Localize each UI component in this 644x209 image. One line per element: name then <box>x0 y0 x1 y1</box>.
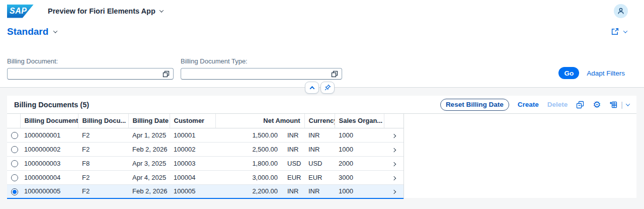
net-amount-cell: 3,000.00EUR <box>215 170 304 184</box>
pin-icon <box>324 84 331 91</box>
column-header-billing-document-type[interactable]: Billing Docu... <box>78 114 128 128</box>
reset-billing-date-button[interactable]: Reset Billing Date <box>440 99 509 111</box>
table-row[interactable]: 1000000002 F2 Feb 2, 2026 100002 2,500.0… <box>7 142 404 156</box>
copy-button[interactable] <box>576 101 584 109</box>
table-row[interactable]: 1000000001 F2 Apr 1, 2025 100001 1,500.0… <box>7 128 404 142</box>
billing-date-cell: Feb 2, 2026 <box>128 142 170 156</box>
radio-icon[interactable] <box>11 188 18 195</box>
filter-field-billing-document-type: Billing Document Type: <box>181 57 342 80</box>
header-toggle-row <box>7 88 636 96</box>
export-menu-button[interactable] <box>626 103 629 106</box>
billing-document-cell: 1000000002 <box>20 142 78 156</box>
billing-document-type-cell: F2 <box>78 184 128 198</box>
copy-icon <box>576 101 584 109</box>
billing-document-cell: 1000000003 <box>20 156 78 170</box>
value-help-icon[interactable] <box>331 71 338 78</box>
chevron-down-icon <box>53 29 57 33</box>
filter-label: Billing Document: <box>7 57 174 65</box>
billing-document-input-wrap <box>7 68 174 80</box>
variant-selector[interactable]: Standard <box>7 26 57 37</box>
table-row[interactable]: 1000000003 F8 Apr 3, 2025 100003 1,800.0… <box>7 156 404 170</box>
pin-header-button[interactable] <box>320 82 335 94</box>
billing-document-cell: 1000000001 <box>20 128 78 142</box>
billing-document-type-input[interactable] <box>185 69 331 78</box>
customer-cell: 100001 <box>170 128 215 142</box>
table-settings-button[interactable]: ⚙ <box>593 101 601 109</box>
radio-icon[interactable] <box>11 160 18 167</box>
sales-organization-cell: 2000 <box>335 156 384 170</box>
billing-document-cell: 1000000004 <box>20 170 78 184</box>
billing-documents-card: Billing Documents (5) Reset Billing Date… <box>7 96 636 198</box>
chevron-down-icon <box>626 102 630 106</box>
row-navigation-cell[interactable] <box>384 170 404 184</box>
column-header-net-amount[interactable]: Net Amount <box>215 114 304 128</box>
toolbar-separator: | <box>621 101 623 109</box>
billing-document-type-cell: F2 <box>78 142 128 156</box>
currency-cell: INR <box>304 128 335 142</box>
row-navigation-cell[interactable] <box>384 184 404 198</box>
collapse-header-button[interactable] <box>305 82 319 94</box>
chevron-up-icon <box>309 86 314 91</box>
table-wrap: Billing Document Billing Docu... Billing… <box>7 113 636 199</box>
billing-documents-table: Billing Document Billing Docu... Billing… <box>7 114 404 199</box>
column-header-navigation <box>384 114 404 128</box>
select-cell <box>7 142 20 156</box>
row-navigation-cell[interactable] <box>384 156 404 170</box>
billing-date-cell: Apr 4, 2025 <box>128 170 170 184</box>
app-title-menu[interactable]: Preview for Fiori Elements App <box>48 7 163 15</box>
filter-bar: Billing Document: Billing Document Type: <box>0 41 644 88</box>
value-help-icon[interactable] <box>163 71 170 78</box>
billing-document-input[interactable] <box>12 69 163 78</box>
create-button[interactable]: Create <box>518 101 539 108</box>
sales-organization-cell: 1000 <box>335 184 384 198</box>
filter-label: Billing Document Type: <box>181 57 342 65</box>
share-menu-button[interactable] <box>611 27 627 36</box>
table-row-selected[interactable]: 1000000005 F2 Feb 2, 2026 100005 2,200.0… <box>7 184 404 198</box>
column-header-billing-date[interactable]: Billing Date <box>128 114 170 128</box>
chevron-right-icon <box>391 176 395 180</box>
radio-icon[interactable] <box>11 146 18 153</box>
row-navigation-cell[interactable] <box>384 128 404 142</box>
variant-management-row: Standard <box>0 22 644 41</box>
row-navigation-cell[interactable] <box>384 142 404 156</box>
net-amount-cell: 2,500.00INR <box>215 142 304 156</box>
column-header-currency[interactable]: Currency <box>304 114 335 128</box>
radio-icon[interactable] <box>11 174 18 181</box>
radio-icon[interactable] <box>11 132 18 139</box>
select-cell <box>7 184 20 198</box>
select-cell <box>7 156 20 170</box>
table-toolbar: Billing Documents (5) Reset Billing Date… <box>7 96 636 113</box>
sap-logo-text: SAP <box>10 7 27 16</box>
column-header-billing-document[interactable]: Billing Document <box>20 114 78 128</box>
app-title: Preview for Fiori Elements App <box>48 7 155 15</box>
user-avatar-button[interactable] <box>614 4 628 18</box>
currency-cell: INR <box>304 184 335 198</box>
table-header-row: Billing Document Billing Docu... Billing… <box>7 114 404 128</box>
settings-gear-icon: ⚙ <box>593 101 601 109</box>
column-header-customer[interactable]: Customer <box>170 114 215 128</box>
billing-document-type-cell: F8 <box>78 156 128 170</box>
filter-field-billing-document: Billing Document: <box>7 57 174 80</box>
billing-document-type-cell: F2 <box>78 128 128 142</box>
sap-logo: SAP <box>7 5 34 18</box>
adapt-filters-link[interactable]: Adapt Filters <box>587 69 625 77</box>
go-button[interactable]: Go <box>558 67 579 79</box>
column-header-sales-organization[interactable]: Sales Organ... <box>335 114 384 128</box>
export-button[interactable] <box>609 101 617 109</box>
sales-organization-cell: 3000 <box>335 170 384 184</box>
customer-cell: 100005 <box>170 184 215 198</box>
billing-date-cell: Feb 2, 2026 <box>128 184 170 198</box>
sales-organization-cell: 1000 <box>335 128 384 142</box>
net-amount-cell: 2,200.00INR <box>215 184 304 198</box>
customer-cell: 100004 <box>170 170 215 184</box>
currency-cell: USD <box>304 156 335 170</box>
chevron-right-icon <box>391 148 395 152</box>
table-row[interactable]: 1000000004 F2 Apr 4, 2025 100004 3,000.0… <box>7 170 404 184</box>
select-cell <box>7 128 20 142</box>
delete-button[interactable]: Delete <box>547 101 568 108</box>
customer-cell: 100003 <box>170 156 215 170</box>
chevron-down-icon <box>159 8 164 12</box>
export-spreadsheet-icon <box>609 101 617 109</box>
billing-document-cell: 1000000005 <box>20 184 78 198</box>
table-title: Billing Documents (5) <box>14 101 89 109</box>
